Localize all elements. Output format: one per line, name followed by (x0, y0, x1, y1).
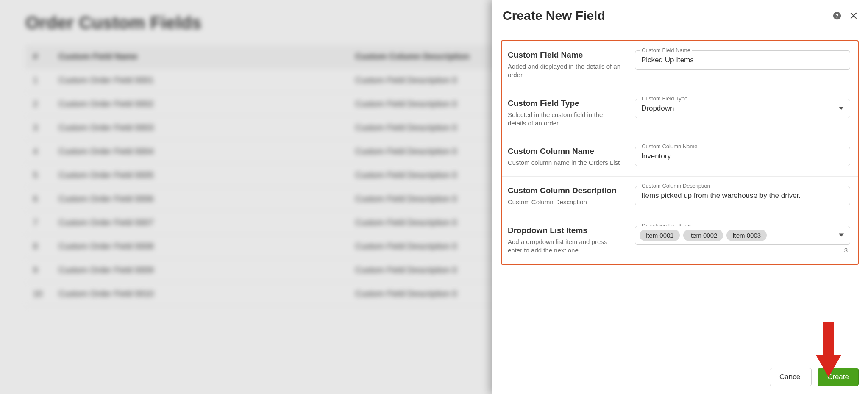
desc-field-name: Added and displayed in the details of an… (508, 62, 622, 80)
desc-dropdown-items: Add a dropdown list item and press enter… (508, 238, 622, 255)
float-column-name: Custom Column Name (640, 143, 699, 150)
dropdown-items-count: 3 (635, 245, 850, 254)
float-column-desc: Custom Column Description (640, 183, 712, 189)
chevron-down-icon (839, 234, 844, 237)
row-dropdown-items: Dropdown List Items Add a dropdown list … (502, 216, 858, 264)
row-column-desc: Custom Column Description Custom Column … (502, 177, 858, 216)
label-field-name: Custom Field Name (508, 50, 622, 60)
label-column-desc: Custom Column Description (508, 186, 622, 195)
desc-column-desc: Custom Column Description (508, 198, 622, 206)
desc-column-name: Custom column name in the Orders List (508, 158, 622, 167)
help-icon[interactable]: ? (832, 11, 842, 20)
chip-item[interactable]: Item 0003 (726, 230, 767, 241)
label-column-name: Custom Column Name (508, 147, 622, 156)
create-button[interactable]: Create (818, 368, 859, 386)
panel-header: Create New Field ? (492, 0, 868, 31)
chevron-down-icon (839, 107, 844, 110)
panel-body: Custom Field Name Added and displayed in… (492, 31, 868, 360)
cancel-button[interactable]: Cancel (770, 368, 812, 386)
row-field-type: Custom Field Type Selected in the custom… (502, 89, 858, 138)
float-field-name: Custom Field Name (640, 47, 692, 53)
row-field-name: Custom Field Name Added and displayed in… (502, 41, 858, 89)
desc-field-type: Selected in the custom field in the deta… (508, 111, 622, 128)
panel-title: Create New Field (503, 8, 605, 23)
panel-footer: Cancel Create (492, 360, 868, 394)
close-icon[interactable] (849, 11, 858, 20)
create-field-panel: Create New Field ? Custom Field Name Add… (492, 0, 868, 394)
modal-backdrop (0, 0, 496, 394)
chip-item[interactable]: Item 0002 (683, 230, 723, 241)
svg-text:?: ? (835, 13, 839, 19)
form-highlight-box: Custom Field Name Added and displayed in… (501, 40, 859, 265)
chip-item[interactable]: Item 0001 (640, 230, 680, 241)
label-dropdown-items: Dropdown List Items (508, 226, 622, 235)
row-column-name: Custom Column Name Custom column name in… (502, 137, 858, 177)
select-field-type-value: Dropdown (641, 104, 674, 113)
input-dropdown-items[interactable]: Item 0001 Item 0002 Item 0003 (635, 226, 850, 245)
label-field-type: Custom Field Type (508, 99, 622, 108)
float-field-type: Custom Field Type (640, 95, 689, 102)
